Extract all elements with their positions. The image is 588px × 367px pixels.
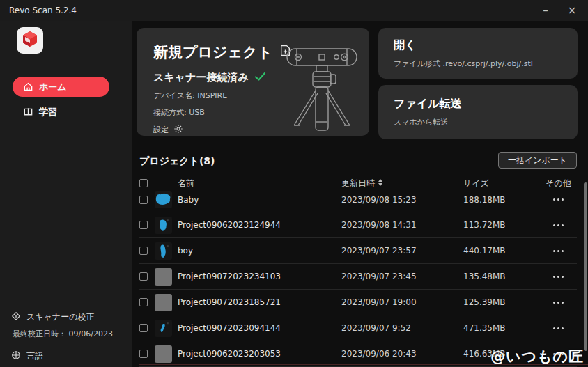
batch-import-button[interactable]: 一括インポート — [498, 152, 577, 169]
file-transfer-card[interactable]: ファイル転送 スマホから転送 — [378, 85, 578, 139]
projects-header: プロジェクト(8) 一括インポート — [139, 152, 577, 171]
sidebar: ホーム 学習 スキャナーの校正 最終校正日時： 09/06/2023 — [0, 21, 132, 367]
main-area: 新規プロジェクト スキャナー接続済み デバイス名: INSPIRE 接続方式: … — [132, 21, 588, 367]
project-size: 440.17MB — [463, 246, 540, 256]
project-thumbnail — [155, 191, 172, 208]
transfer-subtitle: スマホから転送 — [394, 117, 578, 127]
project-size: 188.18MB — [463, 195, 540, 205]
minimize-button[interactable]: – — [534, 0, 557, 21]
project-name: Baby — [178, 195, 341, 205]
window-title: Revo Scan 5.2.4 — [9, 6, 77, 15]
last-calibration-date: 最終校正日時： 09/06/2023 — [11, 329, 113, 339]
home-icon — [23, 81, 33, 92]
project-name: Project09062023203053 — [178, 349, 341, 359]
project-name: boy — [178, 246, 341, 256]
project-updated: 2023/09/07 19:00 — [341, 297, 463, 307]
app-logo — [17, 27, 43, 54]
more-options-button[interactable] — [540, 238, 577, 263]
language-label: 言語 — [26, 350, 43, 362]
vertical-scrollbar[interactable] — [584, 182, 587, 351]
project-thumbnail — [155, 242, 172, 260]
project-size: 135.48MB — [463, 272, 540, 281]
more-options-button[interactable] — [540, 187, 577, 212]
project-thumbnail — [155, 320, 172, 337]
more-options-button[interactable] — [540, 290, 577, 315]
project-updated: 2023/09/07 9:52 — [341, 323, 463, 333]
row-checkbox[interactable] — [139, 221, 148, 229]
close-button[interactable]: × — [560, 0, 584, 21]
row-checkbox[interactable] — [139, 196, 148, 204]
project-size: 125.39MB — [463, 297, 540, 307]
project-thumbnail — [155, 268, 172, 286]
project-thumbnail — [155, 345, 172, 363]
transfer-title: ファイル転送 — [394, 97, 578, 111]
project-table: Baby2023/09/08 15:23188.18MBProject09062… — [139, 187, 577, 367]
new-project-title: 新規プロジェクト — [153, 42, 272, 62]
project-size: 113.72MB — [463, 220, 540, 230]
minimize-icon: – — [543, 4, 548, 17]
project-updated: 2023/09/08 15:23 — [341, 195, 463, 205]
row-checkbox[interactable] — [139, 324, 148, 332]
app-window: Revo Scan 5.2.4 – × ホーム — [0, 0, 588, 367]
new-project-card[interactable]: 新規プロジェクト スキャナー接続済み デバイス名: INSPIRE 接続方式: … — [137, 28, 369, 136]
table-row[interactable]: Project090720232341032023/09/07 23:45135… — [139, 264, 577, 290]
table-row[interactable]: Project090720230941442023/09/07 9:52471.… — [139, 315, 577, 341]
projects-title: プロジェクト(8) — [139, 155, 215, 168]
project-thumbnail — [155, 217, 172, 234]
open-card[interactable]: 開く ファイル形式 .revo/.csprj/.ply/.obj/.stl — [378, 28, 578, 79]
project-size: 471.35MB — [463, 323, 540, 333]
table-row[interactable]: Baby2023/09/08 15:23188.18MB — [139, 187, 577, 212]
scanner-illustration — [283, 32, 361, 138]
sidebar-item-home[interactable]: ホーム — [13, 77, 109, 97]
project-thumbnail — [155, 294, 172, 311]
titlebar: Revo Scan 5.2.4 – × — [0, 0, 588, 21]
project-name: Project09072023094144 — [178, 323, 341, 333]
project-updated: 2023/09/06 20:43 — [341, 349, 463, 359]
settings-label: 設定 — [153, 125, 169, 135]
gear-icon — [173, 124, 183, 136]
language-button[interactable]: 言語 — [11, 350, 43, 362]
sidebar-item-label: 学習 — [39, 106, 57, 118]
more-options-button[interactable] — [540, 264, 577, 289]
scanner-status-label: スキャナー接続済み — [153, 71, 249, 84]
open-title: 開く — [394, 38, 578, 53]
sidebar-item-learn[interactable]: 学習 — [13, 102, 109, 122]
project-updated: 2023/09/07 23:57 — [341, 246, 463, 256]
project-name: Project09072023234103 — [178, 272, 341, 281]
revopoint-cube-icon — [21, 30, 39, 51]
calibration-icon — [11, 311, 21, 323]
project-updated: 2023/09/08 14:31 — [341, 220, 463, 230]
more-options-button[interactable] — [540, 212, 577, 237]
table-row[interactable]: boy2023/09/07 23:57440.17MB — [139, 238, 577, 264]
project-name: Project09072023185721 — [178, 297, 341, 307]
table-row[interactable]: Project090620231249442023/09/08 14:31113… — [139, 212, 577, 238]
row-checkbox[interactable] — [139, 272, 148, 281]
row-checkbox[interactable] — [139, 247, 148, 255]
calibration-label: スキャナーの校正 — [26, 311, 94, 323]
sidebar-item-label: ホーム — [39, 81, 67, 93]
watermark-text: @いつもの匠 — [490, 347, 584, 366]
book-icon — [23, 107, 33, 117]
globe-icon — [11, 350, 21, 362]
row-checkbox[interactable] — [139, 298, 148, 306]
row-checkbox[interactable] — [139, 350, 148, 358]
table-row[interactable]: Project090720231857212023/09/07 19:00125… — [139, 290, 577, 315]
scanner-calibration-button[interactable]: スキャナーの校正 — [11, 311, 94, 323]
check-icon — [254, 72, 266, 84]
open-formats: ファイル形式 .revo/.csprj/.ply/.obj/.stl — [394, 58, 578, 69]
more-options-button[interactable] — [540, 315, 577, 341]
project-updated: 2023/09/07 23:45 — [341, 272, 463, 281]
close-icon: × — [568, 4, 577, 17]
project-name: Project09062023124944 — [178, 220, 341, 230]
